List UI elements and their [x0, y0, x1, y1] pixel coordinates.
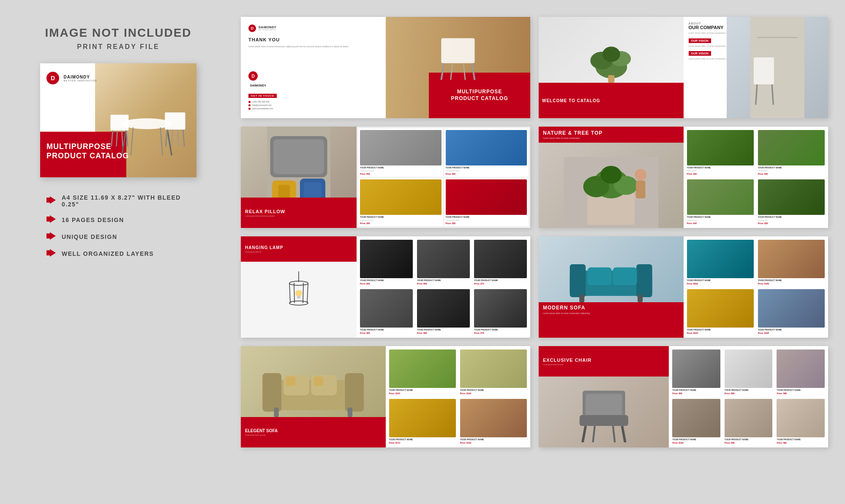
- svg-rect-19: [441, 38, 474, 63]
- svg-line-14: [178, 130, 179, 146]
- page-chair: EXCLUSIVE CHAIR Lorem ipsum dolor sit am…: [539, 346, 828, 447]
- chair-subtitle: Lorem ipsum dolor sit amet: [543, 363, 592, 366]
- lamp-product-price-5: Price: $80: [417, 332, 470, 334]
- nature-product-price-3: Price: $40: [687, 222, 754, 225]
- contact-website: www.yourwebsite.com: [248, 107, 378, 110]
- relax-title: RELAX PILLOW: [245, 209, 285, 214]
- page-lamp: HANGING LAMP Lorem ipsum dolor sit: [241, 236, 530, 338]
- arrow-icon-4: [46, 249, 56, 258]
- feature-item-2: 16 PAGES DESIGN: [46, 215, 190, 225]
- nature-product-4: Your Product Name Lorem ipsum Price: $28: [756, 178, 826, 226]
- nature-product-name-1: Your Product Name: [687, 166, 754, 169]
- chair-product-6: Your Product Name Price: $92: [775, 397, 826, 446]
- image-not-included-text: IMAGE NOT INCLUDED: [45, 25, 191, 41]
- lamp-left: HANGING LAMP Lorem ipsum dolor sit: [241, 236, 357, 338]
- svg-line-2: [167, 128, 172, 155]
- sofa-product-price-1: Price: $200: [687, 282, 754, 285]
- relax-product-1: Your Product Name Lorem ipsum dolor Pric…: [358, 128, 443, 177]
- sofa-product-name-2: Your Product Name: [758, 279, 825, 282]
- chair-product-img-4: [672, 399, 720, 437]
- brand-name-small: DAIMONDY: [259, 26, 276, 29]
- logo-circle-small: D: [248, 24, 256, 32]
- svg-rect-62: [588, 268, 612, 285]
- get-in-touch-label: GET IN TOUCH: [248, 94, 277, 98]
- lamp-product-price-3: Price: $70: [474, 282, 527, 285]
- nature-header: NATURE & TREE TOP Lorem ipsum dolor sit …: [539, 127, 684, 143]
- chair-product-name-3: Your Product Name: [777, 389, 825, 391]
- nature-product-name-3: Your Product Name: [687, 216, 754, 218]
- chair-product-2: Your Product Name Price: $85: [723, 348, 774, 396]
- lamp-products-grid: Your Product Name Price: $60 Your Produc…: [357, 236, 530, 338]
- lamp-product-price-4: Price: $65: [360, 332, 413, 334]
- svg-rect-74: [348, 408, 352, 417]
- elegant-product-img-2: [460, 350, 527, 388]
- chair-product-img-2: [725, 350, 773, 388]
- elegant-product-price-4: Price: $140: [460, 442, 527, 444]
- contact-dot-3: [248, 108, 251, 110]
- lamp-product-6: Your Product Name Price: $75: [472, 287, 529, 336]
- elegant-product-name-4: Your Product Name: [460, 438, 527, 441]
- chair-product-name-6: Your Product Name: [777, 438, 825, 441]
- svg-rect-5: [111, 115, 129, 131]
- elegant-product-4: Your Product Name Price: $140: [458, 397, 529, 446]
- arrow-icon-1: [46, 196, 56, 206]
- chair-product-name-5: Your Product Name: [725, 438, 773, 441]
- chair-exclusive-products: Your Product Name Price: $90 Your Produc…: [669, 346, 828, 447]
- chair-product-price-2: Price: $85: [725, 392, 773, 395]
- svg-point-47: [635, 169, 646, 181]
- svg-rect-61: [636, 264, 652, 297]
- svg-rect-48: [636, 181, 645, 198]
- svg-line-80: [593, 426, 594, 442]
- image-not-included-label: IMAGE NOT INCLUDED PRINT READY FILE: [45, 25, 191, 51]
- contact-dot-1: [248, 101, 251, 103]
- nature-product-price-4: Price: $28: [758, 222, 825, 225]
- elegant-product-price-2: Price: $160: [460, 392, 527, 395]
- nature-left: NATURE & TREE TOP Lorem ipsum dolor sit …: [539, 127, 684, 228]
- svg-line-13: [172, 130, 173, 146]
- svg-line-11: [166, 130, 167, 146]
- lamp-product-name-5: Your Product Name: [417, 328, 470, 331]
- chair-exclusive-left: EXCLUSIVE CHAIR Lorem ipsum dolor sit am…: [539, 346, 669, 447]
- elegant-banner: ELEGENT SOFA Lorem ipsum dolor sit amet: [241, 417, 386, 447]
- lamp-illustration: [282, 271, 316, 320]
- chair-product-name-2: Your Product Name: [725, 389, 773, 391]
- contact-web-text: www.yourwebsite.com: [252, 107, 273, 110]
- sofa-product-name-3: Your Product Name: [687, 328, 754, 331]
- svg-rect-40: [304, 182, 322, 199]
- contact-phone: +001 000 000 000: [248, 100, 378, 103]
- cover-catalog-title: MULTIPURPOSE PRODUCT CATALOG: [46, 142, 129, 160]
- sofa-modern-products: Your Product Name Price: $200 Your Produ…: [684, 236, 829, 338]
- lamp-product-name-6: Your Product Name: [474, 328, 527, 331]
- chair-product-price-1: Price: $90: [672, 392, 720, 395]
- left-panel: IMAGE NOT INCLUDED PRINT READY FILE: [0, 0, 237, 504]
- chair-product-img-5: [725, 399, 773, 437]
- chair-product-3: Your Product Name Price: $95: [775, 348, 826, 396]
- nature-products-grid: Your Product Name Lorem ipsum Price: $30…: [684, 127, 829, 228]
- sofa-product-img-1: [687, 240, 754, 278]
- elegant-subtitle: Lorem ipsum dolor sit amet: [245, 434, 278, 436]
- svg-rect-10: [165, 113, 185, 130]
- svg-line-79: [622, 426, 625, 442]
- product-img-4: [446, 179, 527, 215]
- lamp-product-2: Your Product Name Price: $55: [415, 238, 472, 287]
- catalog-cover: D DAIMONDY BETTER INNOVATION MULTIPURPOS…: [40, 63, 196, 177]
- thankyou-logo: D DAIMONDY BETTER INNOVATION: [248, 24, 378, 32]
- elegant-product-price-1: Price: $150: [389, 392, 456, 395]
- right-panel: D DAIMONDY BETTER INNOVATION THANK YOU L…: [241, 17, 828, 447]
- product-img-3: [360, 179, 442, 215]
- our-vision-label-2: OUR VISION: [689, 51, 711, 56]
- sofa-product-name-4: Your Product Name: [758, 328, 825, 331]
- sofa-modern-product-2: Your Product Name Price: $180: [756, 238, 826, 287]
- elegant-product-img-4: [460, 399, 527, 437]
- nature-product-desc-2: Lorem ipsum: [758, 170, 825, 172]
- lamp-product-4: Your Product Name Price: $65: [358, 287, 414, 336]
- elegant-product-name-2: Your Product Name: [460, 389, 527, 391]
- relax-product-4: Your Product Name Lorem ipsum dolor Pric…: [444, 178, 529, 226]
- feature-text-1: A4 SIZE 11.69 X 8.27" WITH BLEED 0.25": [62, 194, 190, 208]
- sofa-product-img-2: [758, 240, 825, 278]
- relax-product-3: Your Product Name Lorem ipsum dolor Pric…: [358, 178, 443, 226]
- lamp-product-img-1: [360, 240, 413, 278]
- feature-item-1: A4 SIZE 11.69 X 8.27" WITH BLEED 0.25": [46, 194, 190, 208]
- print-ready-text: PRINT READY FILE: [45, 43, 191, 51]
- arrow-icon-2: [46, 215, 56, 225]
